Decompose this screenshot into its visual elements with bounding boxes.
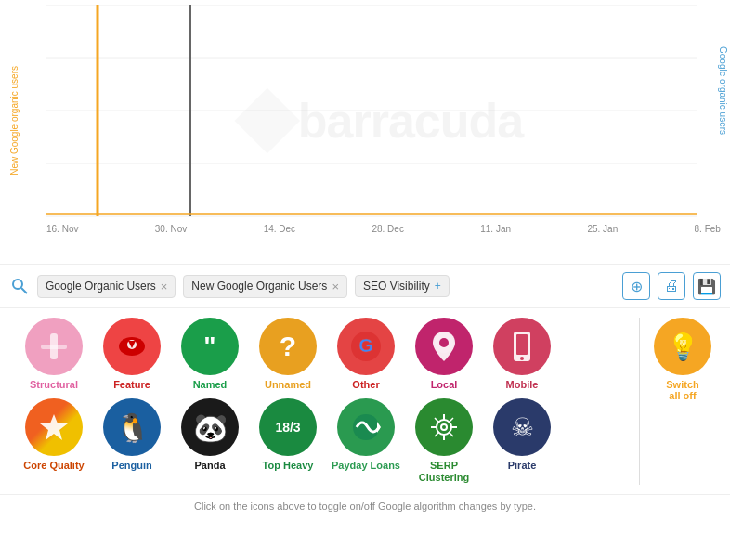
y-axis-left-label: New Google organic users <box>9 66 20 176</box>
svg-marker-29 <box>40 414 68 440</box>
algo-serp[interactable]: SERP Clustering <box>409 398 479 484</box>
zoom-in-icon: ⊕ <box>631 278 643 295</box>
named-circle: " <box>181 318 239 375</box>
structural-label: Structural <box>30 379 78 391</box>
footer-text: Click on the icons above to toggle on/of… <box>194 501 536 512</box>
tag-new-google-organic[interactable]: New Google Organic Users × <box>183 275 347 298</box>
tag-google-organic[interactable]: Google Organic Users × <box>37 275 176 298</box>
unnamed-label: Unnamed <box>265 379 311 391</box>
tag-seo-visibility[interactable]: SEO Visibility + <box>355 275 450 297</box>
unnamed-circle: ? <box>259 318 317 375</box>
chart-area: New Google organic users Google organic … <box>0 0 730 265</box>
save-button[interactable]: 💾 <box>693 272 721 300</box>
algo-topheavy[interactable]: 18/3 Top Heavy <box>253 398 323 484</box>
algo-mobile[interactable]: Mobile <box>487 318 557 391</box>
switch-circle: 💡 <box>654 318 711 375</box>
vertical-divider <box>639 318 640 485</box>
x-axis-labels: 16. Nov 30. Nov 14. Dec 28. Dec 11. Jan … <box>46 222 721 234</box>
right-icons: ⊕ 🖨 💾 <box>622 272 721 300</box>
svg-marker-30 <box>377 422 381 433</box>
switch-all-off[interactable]: 💡 Switchall off <box>654 318 711 401</box>
local-circle <box>415 318 473 375</box>
algo-core[interactable]: Core Quality <box>19 398 89 484</box>
topheavy-circle: 18/3 <box>259 398 317 456</box>
algo-pirate[interactable]: ☠ Pirate <box>487 398 557 484</box>
payday-label: Payday Loans <box>332 460 400 472</box>
algo-named[interactable]: " Named <box>175 318 245 391</box>
mobile-circle <box>493 318 551 375</box>
search-icon <box>11 278 28 294</box>
svg-rect-27 <box>516 334 528 355</box>
tag-remove-new-google-organic[interactable]: × <box>332 280 339 293</box>
feature-circle <box>103 318 161 375</box>
svg-line-14 <box>21 288 27 293</box>
tag-add-seo[interactable]: + <box>435 280 441 293</box>
algo-structural[interactable]: Structural <box>19 318 89 391</box>
tag-label: SEO Visibility <box>363 280 430 293</box>
algo-panda[interactable]: 🐼 Panda <box>175 398 245 484</box>
penguin-label: Penguin <box>111 460 151 472</box>
svg-point-25 <box>439 338 449 347</box>
footer-note: Click on the icons above to toggle on/of… <box>0 494 730 517</box>
local-label: Local <box>431 379 458 391</box>
chart-svg: barracuda 4 3 2 1 0 16. Nov 30. Nov <box>46 5 721 236</box>
algo-unnamed[interactable]: ? Unnamed <box>253 318 323 391</box>
panda-circle: 🐼 <box>181 398 239 456</box>
structural-circle <box>25 318 83 375</box>
print-icon: 🖨 <box>664 278 679 294</box>
algo-icons-grid: Structural Feature " Named ? <box>19 318 625 485</box>
tag-label: Google Organic Users <box>46 280 156 293</box>
core-label: Core Quality <box>23 460 84 472</box>
save-icon: 💾 <box>697 278 716 295</box>
other-circle: G G <box>337 318 395 375</box>
serp-label: SERP Clustering <box>409 460 479 484</box>
mobile-label: Mobile <box>506 379 539 391</box>
feature-label: Feature <box>113 379 150 391</box>
algo-penguin[interactable]: 🐧 Penguin <box>97 398 167 484</box>
tag-remove-google-organic[interactable]: × <box>161 280 168 293</box>
y-axis-left: New Google organic users <box>0 0 28 241</box>
algo-area: Structural Feature " Named ? <box>0 308 730 494</box>
lightbulb-icon: 💡 <box>667 332 699 362</box>
named-label: Named <box>193 379 228 391</box>
algo-payday[interactable]: Payday Loans <box>331 398 401 484</box>
line-chart: 4 3 2 1 0 <box>46 5 721 218</box>
svg-rect-16 <box>41 345 67 349</box>
search-icon-area <box>9 276 30 296</box>
payday-circle <box>337 398 395 456</box>
svg-point-28 <box>520 357 524 360</box>
penguin-circle: 🐧 <box>103 398 161 456</box>
algo-other[interactable]: G G Other <box>331 318 401 391</box>
algo-feature[interactable]: Feature <box>97 318 167 391</box>
panda-label: Panda <box>194 460 225 472</box>
tags-row: Google Organic Users × New Google Organi… <box>0 265 730 308</box>
pirate-label: Pirate <box>508 460 537 472</box>
svg-text:G: G <box>358 335 373 356</box>
other-label: Other <box>352 379 379 391</box>
core-circle <box>25 398 83 456</box>
pirate-circle: ☠ <box>493 398 551 456</box>
tag-label: New Google Organic Users <box>191 280 327 293</box>
zoom-in-button[interactable]: ⊕ <box>622 272 650 300</box>
svg-point-13 <box>13 280 22 289</box>
topheavy-label: Top Heavy <box>263 460 314 472</box>
print-button[interactable]: 🖨 <box>658 272 685 300</box>
algo-local[interactable]: Local <box>409 318 479 391</box>
serp-circle <box>415 398 473 456</box>
switch-label: Switchall off <box>666 379 698 401</box>
